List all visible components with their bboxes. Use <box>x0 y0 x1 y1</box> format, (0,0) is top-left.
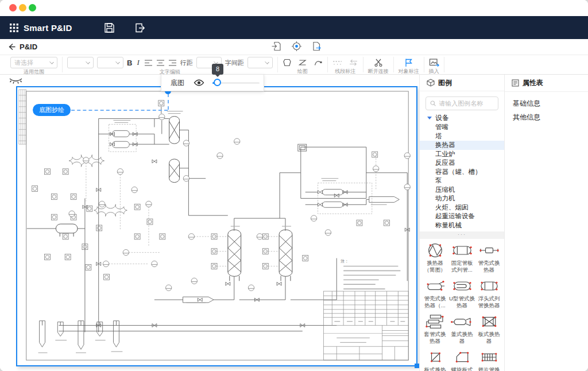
opacity-slider[interactable] <box>212 79 260 87</box>
titlebar <box>0 0 588 16</box>
zoom-window-button[interactable] <box>29 4 36 11</box>
pid-page[interactable]: 注： <box>16 86 417 366</box>
legend-symbol[interactable]: 浮头式列管换热器 <box>475 276 502 312</box>
legend-symbol-label: 管壳式换热器 <box>476 260 502 273</box>
scope-select-placeholder: 请选择 <box>14 59 33 67</box>
legend-symbol[interactable]: 管壳式换热器（... <box>421 276 448 312</box>
import-file-icon[interactable] <box>271 41 282 54</box>
legend-symbol[interactable]: 管壳式换热器 <box>475 241 502 276</box>
legend-symbol[interactable]: 板式换热器 <box>475 312 502 347</box>
insert-image-icon[interactable] <box>429 58 439 67</box>
scope-group: 请选择 适用范围 <box>6 55 62 74</box>
finned-tube-exchanger-icon <box>477 349 502 365</box>
drawing-canvas[interactable]: 注： <box>0 75 419 371</box>
italic-button[interactable]: I <box>136 58 140 67</box>
legend-tree-item[interactable]: 换热器 <box>420 141 504 150</box>
minimize-window-button[interactable] <box>19 4 26 11</box>
legend-symbol[interactable]: 换热器（简图） <box>421 241 448 276</box>
underlay-tag[interactable]: 底图抄绘 <box>33 104 71 116</box>
format-toolbar: 请选择 适用范围 B I 行距 字间距 文字编辑 <box>0 55 588 75</box>
align-center-icon[interactable] <box>156 59 165 67</box>
save-icon <box>103 22 115 34</box>
legend-tree-item[interactable]: 泵 <box>420 176 504 186</box>
chevron-down-icon <box>86 60 90 64</box>
kettle-exchanger-icon <box>450 314 475 330</box>
app-window: Smart P&ID P&ID <box>0 0 588 371</box>
legend-symbol[interactable]: 板式换热器 <box>421 347 448 371</box>
legend-symbol-label: 板式换热器 <box>476 331 502 344</box>
eye-icon[interactable] <box>194 79 204 87</box>
insert-group: 插入 <box>424 55 444 74</box>
font-size-select[interactable] <box>97 57 123 68</box>
dashed-line-tool-icon[interactable] <box>332 59 342 67</box>
legend-symbol-label: 翅片管换热器 <box>476 366 502 371</box>
legend-symbol-label: 螺旋板式换热器 <box>449 366 475 371</box>
slider-value-tooltip: 8 <box>212 64 223 75</box>
legend-symbol[interactable]: 翅片管换热器 <box>475 347 502 371</box>
line-spacing-label: 行距 <box>180 59 193 67</box>
legend-search[interactable] <box>425 96 498 110</box>
apps-grid-icon[interactable] <box>10 24 18 32</box>
close-window-button[interactable] <box>9 4 17 11</box>
double-pipe-exchanger-icon <box>423 314 448 330</box>
legend-more-button[interactable]: ··· <box>420 231 504 239</box>
selection-resize-handle[interactable] <box>415 364 419 368</box>
legend-tree-item[interactable]: 塔 <box>420 132 504 141</box>
back-button[interactable] <box>7 42 17 52</box>
legend-tree-item[interactable]: 起重运输设备 <box>420 212 504 221</box>
font-family-select[interactable] <box>67 57 94 68</box>
flag-icon[interactable] <box>404 58 413 67</box>
legend-tree-item[interactable]: 称量机械 <box>420 221 504 230</box>
legend-symbol-label: 浮头式列管换热器 <box>476 295 502 308</box>
polygon-tool-icon[interactable] <box>283 58 292 67</box>
fixed-tubesheet-exchanger-icon <box>450 242 475 258</box>
swap-arrows-tool-icon[interactable] <box>349 59 358 67</box>
underlay-leader-line <box>168 94 169 110</box>
legend-tree-item[interactable]: 工业炉 <box>420 150 504 159</box>
disconnect-group: 断开连接 <box>363 55 393 74</box>
properties-section-link[interactable]: 其他信息 <box>505 110 588 124</box>
legend-symbol[interactable]: 螺旋板式换热器 <box>448 347 475 371</box>
object-annotation-caption: 对象标注 <box>399 68 419 74</box>
legend-search-input[interactable] <box>439 100 494 107</box>
svg-text:注：: 注： <box>341 259 349 263</box>
slider-knob[interactable] <box>214 79 221 86</box>
spiral-plate-exchanger-icon <box>450 349 475 365</box>
floating-head-exchanger-icon <box>477 278 502 294</box>
scissors-icon[interactable] <box>374 58 383 67</box>
save-button[interactable] <box>103 22 115 34</box>
legend-tree-item[interactable]: 反应器 <box>420 159 504 168</box>
curve-tool-icon[interactable] <box>314 58 323 67</box>
legend-tree-item[interactable]: 动力机 <box>420 194 504 203</box>
legend-symbol[interactable]: 釜式换热器 <box>448 312 475 347</box>
legend-tree-item[interactable]: 容器（罐、槽） <box>420 168 504 177</box>
align-left-icon[interactable] <box>144 59 153 67</box>
legend-tree-item[interactable]: 火炬、烟囱 <box>420 203 504 212</box>
properties-section-link[interactable]: 基础信息 <box>505 96 588 110</box>
text-edit-group: B I 行距 字间距 文字编辑 <box>63 55 277 74</box>
export-file-icon[interactable] <box>311 41 322 54</box>
equipment-labels <box>38 111 387 353</box>
locate-icon[interactable] <box>291 41 302 54</box>
legend-tree-item[interactable]: 管嘴 <box>420 123 504 132</box>
line-annotation-group: 线段标注 <box>328 55 363 74</box>
legend-symbol-grid: 换热器（简图） 固定管板式列管... 管壳式换热器 管壳式换热器（... U型管… <box>420 239 504 371</box>
scope-select[interactable]: 请选择 <box>10 57 57 68</box>
content-area: 注： <box>0 75 588 371</box>
bold-button[interactable]: B <box>127 59 132 67</box>
legend-symbol[interactable]: 固定管板式列管... <box>448 241 475 276</box>
legend-tree: 设备 管嘴塔换热器工业炉反应器容器（罐、槽）泵压缩机动力机火炬、烟囱起重运输设备… <box>420 113 504 230</box>
legend-symbol[interactable]: U型管式换热器 <box>448 276 475 312</box>
letter-spacing-select[interactable] <box>247 57 273 68</box>
plate-exchanger-2-icon <box>423 349 448 365</box>
legend-symbol[interactable]: 套管式换热器 <box>421 312 448 347</box>
properties-header: 属性表 <box>505 75 588 91</box>
title-block <box>323 291 408 360</box>
align-right-icon[interactable] <box>168 59 177 67</box>
export-button[interactable] <box>134 22 146 34</box>
legend-tree-item[interactable]: 压缩机 <box>420 186 504 195</box>
legend-tree-root[interactable]: 设备 <box>420 113 504 123</box>
plate-exchanger-icon <box>477 314 502 330</box>
polyline-tool-icon[interactable] <box>298 58 307 67</box>
search-icon <box>430 100 436 107</box>
